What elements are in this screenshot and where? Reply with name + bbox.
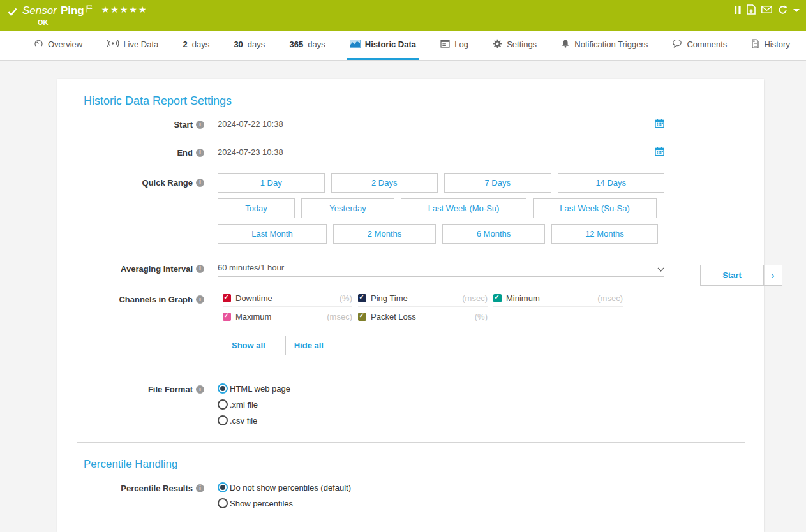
quick-range-button[interactable]: 2 Days: [331, 173, 438, 193]
channel-toggle-ping-time[interactable]: Ping Time (msec): [358, 293, 488, 307]
tab-notification-triggers[interactable]: Notification Triggers: [558, 31, 651, 60]
radio-icon[interactable]: [218, 399, 228, 410]
checkbox-checked-icon[interactable]: [493, 294, 502, 302]
info-icon[interactable]: [196, 121, 204, 129]
calendar-icon[interactable]: [655, 147, 664, 158]
tab-overview[interactable]: Overview: [31, 31, 86, 60]
start-options-chevron[interactable]: ›: [764, 265, 782, 286]
quick-range-row: Quick Range 1 Day 2 Days 7 Days 14 Days …: [57, 173, 764, 244]
comment-icon: [672, 39, 682, 50]
percentile-option-show[interactable]: Show percentiles: [218, 498, 351, 508]
file-format-option-xml[interactable]: .xml file: [218, 399, 290, 410]
quick-range-button[interactable]: Last Month: [218, 224, 327, 244]
sensor-status-badge: OK: [38, 18, 147, 26]
start-row: Start 2024-07-22 10:38: [57, 119, 764, 133]
email-icon[interactable]: [761, 6, 772, 13]
tab-comments[interactable]: Comments: [669, 31, 730, 60]
quick-range-button[interactable]: Yesterday: [301, 198, 394, 218]
info-icon[interactable]: [196, 484, 204, 492]
area-chart-icon: [350, 40, 361, 50]
log-icon: [440, 40, 450, 50]
page-content: Historic Data Report Settings Start 2024…: [0, 79, 806, 532]
tab-live-data[interactable]: Live Data: [103, 31, 161, 60]
quick-range-button[interactable]: 7 Days: [444, 173, 551, 193]
header-menu-caret-icon[interactable]: [793, 9, 800, 12]
info-icon[interactable]: [196, 385, 204, 394]
file-format-row: File Format HTML web page .xml file .csv…: [57, 383, 764, 425]
tab-history[interactable]: History: [748, 31, 793, 60]
sensor-name: Ping: [61, 4, 84, 17]
historic-data-settings-card: Historic Data Report Settings Start 2024…: [57, 79, 764, 532]
priority-stars[interactable]: ★★★★★: [101, 4, 148, 16]
refresh-icon[interactable]: [778, 5, 787, 15]
checkbox-checked-icon[interactable]: [358, 313, 366, 321]
start-label: Start: [174, 120, 193, 129]
channel-toggle-packet-loss[interactable]: Packet Loss (%): [358, 312, 488, 325]
file-format-option-html[interactable]: HTML web page: [218, 383, 290, 394]
info-icon[interactable]: [196, 179, 204, 187]
radio-selected-icon[interactable]: [218, 482, 228, 492]
quick-range-label: Quick Range: [142, 178, 193, 188]
history-doc-icon: [751, 39, 759, 50]
channel-toggle-minimum[interactable]: Minimum (msec): [493, 293, 623, 307]
checkbox-checked-icon[interactable]: [358, 294, 366, 302]
info-icon[interactable]: [196, 265, 204, 273]
quick-range-button[interactable]: 1 Day: [218, 173, 325, 193]
end-row: End 2024-07-23 10:38: [57, 147, 764, 161]
checkbox-checked-icon[interactable]: [223, 294, 231, 302]
end-label: End: [177, 148, 193, 158]
percentile-results-label: Percentile Results: [121, 484, 193, 493]
percentile-handling-title: Percentile Handling: [84, 458, 764, 471]
tab-30-days[interactable]: 30 days: [230, 31, 268, 60]
channel-toggle-downtime[interactable]: Downtime (%): [223, 293, 352, 307]
start-date-value: 2024-07-22 10:38: [218, 119, 283, 129]
quick-range-button[interactable]: 6 Months: [442, 224, 545, 244]
file-format-label: File Format: [148, 385, 193, 394]
section-divider: [77, 442, 745, 443]
averaging-interval-value: 60 minutes/1 hour: [218, 263, 284, 272]
end-date-value: 2024-07-23 10:38: [218, 147, 283, 157]
show-all-button[interactable]: Show all: [223, 336, 274, 355]
radio-icon[interactable]: [218, 415, 228, 425]
quick-range-button[interactable]: 14 Days: [558, 173, 665, 193]
create-report-icon[interactable]: [747, 4, 756, 15]
quick-range-button[interactable]: Today: [218, 198, 295, 218]
priority-flag-icon[interactable]: [86, 3, 93, 15]
quick-range-button[interactable]: 2 Months: [333, 224, 436, 244]
calendar-icon[interactable]: [655, 119, 664, 130]
info-icon[interactable]: [196, 149, 204, 157]
pause-icon[interactable]: [735, 6, 741, 14]
tab-log[interactable]: Log: [437, 31, 472, 60]
status-check-icon: [8, 7, 17, 18]
tab-historic-data[interactable]: Historic Data: [347, 31, 419, 60]
quick-range-button[interactable]: Last Week (Mo-Su): [401, 198, 526, 218]
quick-range-button[interactable]: 12 Months: [551, 224, 658, 244]
sensor-tabbar: Overview Live Data 2 days 30 days 365 da…: [0, 31, 806, 61]
tab-2-days[interactable]: 2 days: [179, 31, 213, 60]
info-icon[interactable]: [196, 295, 204, 304]
channels-label: Channels in Graph: [119, 295, 193, 304]
hide-all-button[interactable]: Hide all: [285, 336, 332, 355]
gauge-icon: [34, 39, 43, 50]
end-date-input[interactable]: 2024-07-23 10:38: [218, 147, 664, 161]
sensor-type-label: Sensor: [22, 4, 57, 17]
averaging-interval-row: Averaging Interval 60 minutes/1 hour: [57, 263, 764, 277]
percentile-results-row: Percentile Results Do not show percentil…: [57, 482, 764, 508]
channel-toggle-maximum[interactable]: Maximum (msec): [223, 312, 352, 325]
file-format-option-csv[interactable]: .csv file: [218, 415, 290, 425]
start-button[interactable]: Start: [700, 265, 764, 286]
tab-settings[interactable]: Settings: [489, 31, 540, 60]
chevron-down-icon: [657, 265, 664, 273]
bell-icon: [561, 39, 570, 50]
percentile-option-none[interactable]: Do not show percentiles (default): [218, 482, 351, 492]
averaging-interval-select[interactable]: 60 minutes/1 hour: [218, 263, 664, 277]
checkbox-checked-icon[interactable]: [223, 313, 231, 321]
quick-range-button[interactable]: Last Week (Su-Sa): [533, 198, 657, 218]
tab-365-days[interactable]: 365 days: [287, 31, 329, 60]
radio-selected-icon[interactable]: [218, 383, 228, 394]
channels-row: Channels in Graph Downtime (%) Ping Time…: [57, 293, 764, 355]
start-date-input[interactable]: 2024-07-22 10:38: [218, 119, 664, 133]
sensor-header: Sensor Ping ★★★★★ OK: [0, 0, 806, 31]
broadcast-icon: [107, 39, 119, 50]
radio-icon[interactable]: [218, 498, 228, 508]
